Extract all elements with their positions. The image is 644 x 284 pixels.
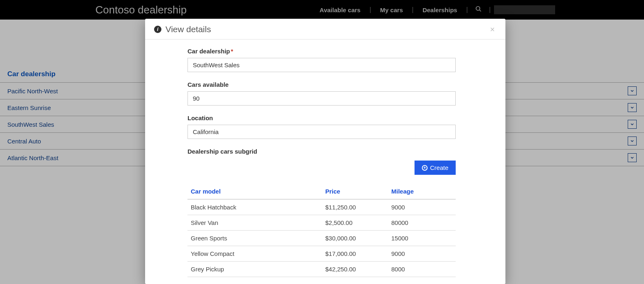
table-row[interactable]: Green Sports$30,000.0015000 [187,231,456,246]
cell-model: Grey Pickup [187,262,322,277]
cell-price: $42,250.00 [322,262,388,277]
cars-available-input[interactable] [187,91,456,106]
field-cars-available: Cars available [187,81,486,106]
cell-price: $2,500.00 [322,215,388,230]
cell-model: Yellow Compact [187,246,322,261]
field-location: Location [187,114,486,139]
cell-price: $17,000.00 [322,246,388,261]
grid-header-row: Car model Price Mileage [187,184,456,200]
cell-mileage: 80000 [388,215,456,230]
cell-mileage: 8000 [388,262,456,277]
table-row[interactable]: Yellow Compact$17,000.009000 [187,246,456,262]
modal-header: i View details × [145,19,505,40]
cell-mileage: 9000 [388,200,456,215]
dealership-input[interactable] [187,58,456,72]
modal-title: View details [165,24,488,34]
cell-model: Silver Van [187,215,322,230]
cell-mileage: 9000 [388,246,456,261]
table-row[interactable]: Silver Van$2,500.0080000 [187,215,456,231]
info-icon: i [154,26,161,33]
create-button[interactable]: + Create [415,161,456,175]
field-dealership: Car dealership* [187,48,486,72]
field-label-dealership: Car dealership* [187,48,486,55]
cell-model: Black Hatchback [187,200,322,215]
cell-mileage: 15000 [388,231,456,246]
cars-subgrid: Car model Price Mileage Black Hatchback$… [187,184,456,277]
table-row[interactable]: Black Hatchback$11,250.009000 [187,200,456,215]
subgrid-label: Dealership cars subgrid [187,148,486,155]
location-input[interactable] [187,125,456,139]
field-label-available: Cars available [187,81,486,88]
close-icon[interactable]: × [488,25,496,34]
cell-price: $11,250.00 [322,200,388,215]
col-mileage[interactable]: Mileage [388,184,456,199]
cell-model: Green Sports [187,231,322,246]
table-row[interactable]: Grey Pickup$42,250.008000 [187,262,456,277]
col-car-model[interactable]: Car model [187,184,322,199]
view-details-modal: i View details × Car dealership* Cars av… [145,19,505,284]
modal-body: Car dealership* Cars available Location … [145,40,505,284]
plus-icon: + [422,165,428,171]
field-label-location: Location [187,114,486,121]
create-button-label: Create [430,164,448,171]
cell-price: $30,000.00 [322,231,388,246]
col-price[interactable]: Price [322,184,388,199]
